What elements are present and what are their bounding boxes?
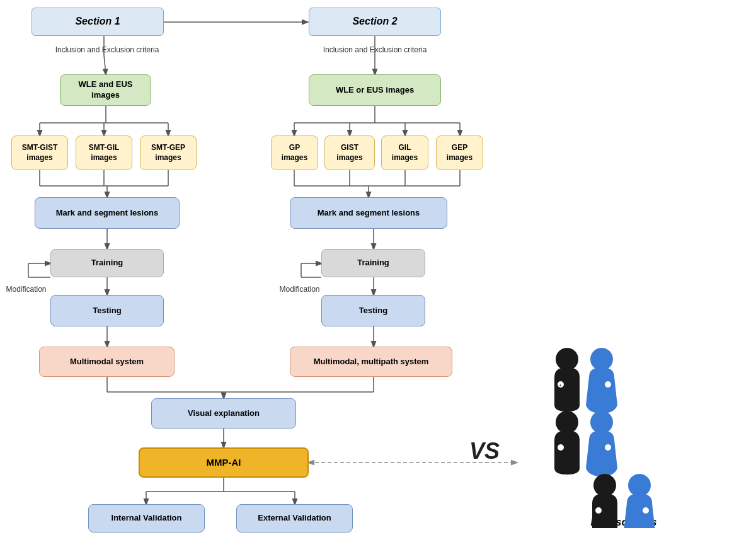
svg-point-61 [643,507,649,514]
visual-explanation-box: Visual explanation [151,398,296,429]
svg-point-58 [593,474,616,497]
multimodal1-box: Multimodal system [39,347,175,377]
training1-label: Training [91,258,123,268]
training1-box: Training [50,249,164,277]
mark-seg1-box: Mark and segment lesions [35,197,180,229]
wle-eus-box: WLE and EUSimages [60,74,151,106]
svg-point-60 [628,474,651,497]
modification-label-1: Modification [3,285,50,294]
svg-point-49 [556,348,578,371]
external-validation-label: External Validation [258,513,331,524]
visual-explanation-label: Visual explanation [188,408,260,419]
gp-box: GPimages [271,135,318,170]
training2-box: Training [321,249,425,277]
internal-validation-box: Internal Validation [88,504,205,533]
section2-box: Section 2 [309,8,441,36]
mmp-ai-label: MMP-AI [207,456,241,469]
mmp-ai-box: MMP-AI [139,447,309,478]
gil-label: GILimages [392,143,418,163]
internal-validation-label: Internal Validation [112,513,182,524]
smt-gep-label: SMT-GEPimages [151,143,185,163]
smt-gist-box: SMT-GISTimages [11,135,68,170]
testing2-label: Testing [359,306,387,316]
gil-box: GILimages [381,135,428,170]
smt-gist-label: SMT-GISTimages [22,143,58,163]
inclusion-label-1: Inclusion and Exclusion criteria [47,45,167,54]
multimodal2-label: Multimodal, multipath system [314,357,429,367]
svg-point-59 [595,507,602,514]
mark-seg1-label: Mark and segment lesions [56,208,159,219]
svg-point-56 [590,411,613,434]
testing1-box: Testing [50,295,164,326]
gp-label: GPimages [282,143,307,163]
testing2-box: Testing [321,295,425,326]
multimodal1-label: Multimodal system [70,357,144,367]
smt-gep-box: SMT-GEPimages [140,135,197,170]
inclusion-label-2: Inclusion and Exclusion criteria [302,45,447,54]
section1-label: Section 1 [75,15,120,28]
gep-box: GEPimages [436,135,483,170]
training2-label: Training [357,258,389,268]
svg-point-53 [605,381,611,388]
smt-gil-label: SMT-GILimages [89,143,120,163]
smt-gil-box: SMT-GILimages [76,135,132,170]
svg-point-55 [558,444,564,451]
gist-label: GISTimages [336,143,362,163]
svg-point-57 [605,444,611,451]
modification-label-2: Modification [276,285,323,294]
wle-eus-label: WLE and EUSimages [79,79,133,101]
gep-label: GEPimages [447,143,472,163]
mark-seg2-label: Mark and segment lesions [318,208,420,219]
wle-or-eus-box: WLE or EUS images [309,74,441,106]
svg-text:+: + [559,383,562,388]
section2-label: Section 2 [352,15,397,28]
vs-label: VS [469,438,500,464]
gist-box: GISTimages [324,135,375,170]
mark-seg2-box: Mark and segment lesions [290,197,447,229]
external-validation-box: External Validation [236,504,353,533]
testing1-label: Testing [93,306,121,316]
svg-line-2 [104,55,106,74]
wle-or-eus-label: WLE or EUS images [336,85,414,96]
section1-box: Section 1 [32,8,164,36]
endoscopists-figures: + [536,345,712,528]
svg-point-52 [590,348,613,371]
svg-point-54 [556,411,578,434]
multimodal2-box: Multimodal, multipath system [290,347,452,377]
